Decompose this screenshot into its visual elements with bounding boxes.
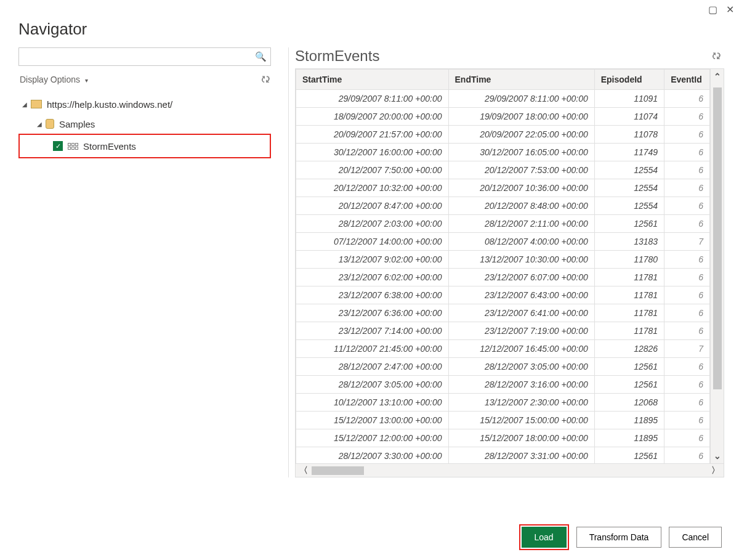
tree-db-label: Samples <box>59 119 95 129</box>
table-cell: 23/12/2007 6:38:00 +00:00 <box>296 286 449 304</box>
preview-title: StormEvents <box>295 47 379 65</box>
table-cell: 28/12/2007 2:47:00 +00:00 <box>296 358 449 376</box>
table-cell: 28/12/2007 3:05:00 +00:00 <box>448 358 594 376</box>
column-header[interactable]: StartTime <box>296 70 449 90</box>
table-cell: 11781 <box>594 322 664 340</box>
tree-root-label: https://help.kusto.windows.net/ <box>47 99 172 110</box>
checkbox-checked-icon[interactable]: ✓ <box>53 141 63 151</box>
scroll-thumb[interactable] <box>713 87 722 389</box>
maximize-icon[interactable]: ▢ <box>708 4 717 15</box>
table-cell: 13183 <box>594 233 664 251</box>
table-cell: 15/12/2007 13:00:00 +00:00 <box>296 412 449 429</box>
table-cell: 20/12/2007 8:48:00 +00:00 <box>448 197 594 215</box>
caret-icon[interactable]: ◢ <box>22 101 31 108</box>
scroll-thumb[interactable] <box>312 466 364 475</box>
table-row[interactable]: 23/12/2007 6:38:00 +00:0023/12/2007 6:43… <box>296 286 710 304</box>
chevron-down-icon: ▾ <box>85 77 88 84</box>
table-cell: 20/12/2007 8:47:00 +00:00 <box>296 197 449 215</box>
table-cell: 11780 <box>594 251 664 269</box>
tree-root[interactable]: ◢ https://help.kusto.windows.net/ <box>18 94 271 114</box>
table-row[interactable]: 20/12/2007 10:32:00 +00:0020/12/2007 10:… <box>296 179 710 197</box>
caret-icon[interactable]: ◢ <box>37 121 46 128</box>
load-button[interactable]: Load <box>522 527 567 548</box>
table-row[interactable]: 28/12/2007 2:03:00 +00:0028/12/2007 2:11… <box>296 215 710 233</box>
search-input-wrap[interactable]: 🔍 <box>18 47 271 66</box>
scroll-right-icon[interactable]: 〉 <box>711 465 720 476</box>
table-cell: 28/12/2007 3:16:00 +00:00 <box>448 376 594 394</box>
table-row[interactable]: 23/12/2007 7:14:00 +00:0023/12/2007 7:19… <box>296 322 710 340</box>
table-row[interactable]: 28/12/2007 3:05:00 +00:0028/12/2007 3:16… <box>296 376 710 394</box>
preview-refresh-icon[interactable]: 🗘 <box>712 51 721 61</box>
table-cell: 23/12/2007 7:14:00 +00:00 <box>296 322 449 340</box>
folder-icon <box>31 100 42 108</box>
table-row[interactable]: 29/09/2007 8:11:00 +00:0029/09/2007 8:11… <box>296 90 710 108</box>
table-row[interactable]: 07/12/2007 14:00:00 +00:0008/12/2007 4:0… <box>296 233 710 251</box>
table-cell: 23/12/2007 6:43:00 +00:00 <box>448 286 594 304</box>
search-input[interactable] <box>23 51 255 62</box>
table-cell: 10/12/2007 13:10:00 +00:00 <box>296 394 449 412</box>
tree-table-stormevents[interactable]: ✓ StormEvents <box>20 136 270 156</box>
table-cell: 29/09/2007 8:11:00 +00:00 <box>296 90 449 108</box>
table-cell: 18/09/2007 20:00:00 +00:00 <box>296 108 449 126</box>
column-header[interactable]: EventId <box>664 70 710 90</box>
tree-database[interactable]: ◢ Samples <box>18 114 271 134</box>
table-cell: 28/12/2007 3:31:00 +00:00 <box>448 447 594 464</box>
table-cell: 20/12/2007 10:32:00 +00:00 <box>296 179 449 197</box>
highlight-stormevents: ✓ StormEvents <box>18 134 271 158</box>
scroll-left-icon[interactable]: 〈 <box>299 465 308 476</box>
scroll-track[interactable] <box>312 464 708 477</box>
transform-data-button[interactable]: Transform Data <box>576 527 662 548</box>
table-row[interactable]: 30/12/2007 16:00:00 +00:0030/12/2007 16:… <box>296 144 710 161</box>
table-cell: 07/12/2007 14:00:00 +00:00 <box>296 233 449 251</box>
table-row[interactable]: 10/12/2007 13:10:00 +00:0013/12/2007 2:3… <box>296 394 710 412</box>
table-cell: 13/12/2007 2:30:00 +00:00 <box>448 394 594 412</box>
table-cell: 12068 <box>594 394 664 412</box>
display-options-dropdown[interactable]: Display Options ▾ <box>20 75 88 84</box>
table-row[interactable]: 15/12/2007 13:00:00 +00:0015/12/2007 15:… <box>296 412 710 429</box>
table-row[interactable]: 20/12/2007 8:47:00 +00:0020/12/2007 8:48… <box>296 197 710 215</box>
table-cell: 6 <box>664 197 710 215</box>
table-row[interactable]: 20/12/2007 7:50:00 +00:0020/12/2007 7:53… <box>296 161 710 179</box>
column-header[interactable]: EndTime <box>448 70 594 90</box>
table-cell: 12561 <box>594 376 664 394</box>
table-cell: 20/12/2007 7:53:00 +00:00 <box>448 161 594 179</box>
search-icon[interactable]: 🔍 <box>255 51 267 62</box>
scroll-up-icon[interactable]: ⌃ <box>714 71 721 81</box>
column-header[interactable]: EpisodeId <box>594 70 664 90</box>
table-cell: 28/12/2007 3:30:00 +00:00 <box>296 447 449 464</box>
refresh-icon[interactable]: 🗘 <box>261 75 270 84</box>
table-cell: 7 <box>664 233 710 251</box>
table-cell: 11749 <box>594 144 664 161</box>
table-cell: 6 <box>664 412 710 429</box>
table-row[interactable]: 23/12/2007 6:02:00 +00:0023/12/2007 6:07… <box>296 269 710 286</box>
table-cell: 08/12/2007 4:00:00 +00:00 <box>448 233 594 251</box>
table-row[interactable]: 15/12/2007 12:00:00 +00:0015/12/2007 18:… <box>296 429 710 447</box>
table-row[interactable]: 23/12/2007 6:36:00 +00:0023/12/2007 6:41… <box>296 304 710 322</box>
table-row[interactable]: 18/09/2007 20:00:00 +00:0019/09/2007 18:… <box>296 108 710 126</box>
table-cell: 7 <box>664 340 710 358</box>
table-row[interactable]: 13/12/2007 9:02:00 +00:0013/12/2007 10:3… <box>296 251 710 269</box>
table-cell: 15/12/2007 12:00:00 +00:00 <box>296 429 449 447</box>
vertical-scrollbar[interactable]: ⌃ ⌄ <box>710 69 724 463</box>
table-cell: 11/12/2007 21:45:00 +00:00 <box>296 340 449 358</box>
table-cell: 23/12/2007 6:41:00 +00:00 <box>448 304 594 322</box>
table-cell: 11781 <box>594 304 664 322</box>
table-icon <box>68 143 78 150</box>
table-cell: 30/12/2007 16:00:00 +00:00 <box>296 144 449 161</box>
table-cell: 20/09/2007 22:05:00 +00:00 <box>448 126 594 144</box>
table-row[interactable]: 20/09/2007 21:57:00 +00:0020/09/2007 22:… <box>296 126 710 144</box>
table-cell: 6 <box>664 394 710 412</box>
table-cell: 12561 <box>594 215 664 233</box>
cancel-button[interactable]: Cancel <box>669 527 722 548</box>
table-row[interactable]: 28/12/2007 2:47:00 +00:0028/12/2007 3:05… <box>296 358 710 376</box>
table-cell: 28/12/2007 3:05:00 +00:00 <box>296 376 449 394</box>
scroll-track[interactable] <box>711 81 724 451</box>
table-cell: 6 <box>664 251 710 269</box>
table-row[interactable]: 28/12/2007 3:30:00 +00:0028/12/2007 3:31… <box>296 447 710 464</box>
table-row[interactable]: 11/12/2007 21:45:00 +00:0012/12/2007 16:… <box>296 340 710 358</box>
table-cell: 6 <box>664 376 710 394</box>
horizontal-scrollbar[interactable]: 〈 〉 <box>296 463 724 477</box>
preview-table: StartTimeEndTimeEpisodeIdEventId 29/09/2… <box>295 68 724 477</box>
scroll-down-icon[interactable]: ⌄ <box>714 451 721 461</box>
close-icon[interactable]: ✕ <box>726 4 734 15</box>
